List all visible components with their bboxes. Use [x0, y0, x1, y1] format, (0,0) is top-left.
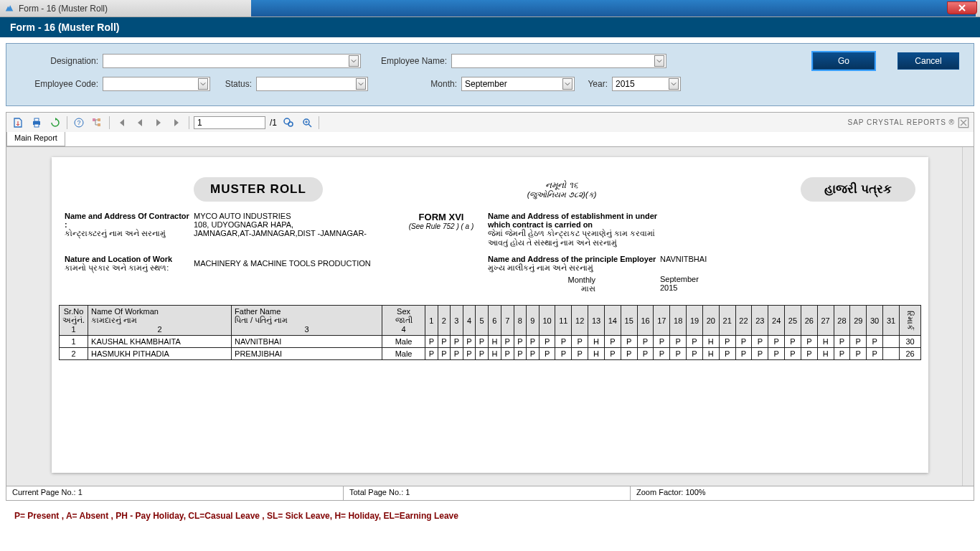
emp-guj: મુખ્ય માલીકનું નામ અને સરનામું [488, 263, 660, 273]
go-button[interactable]: Go [813, 52, 875, 70]
close-panel-icon[interactable] [956, 116, 971, 130]
chevron-down-icon [654, 55, 664, 67]
svg-rect-2 [34, 124, 39, 127]
emp-value: NAVNITBHAI [660, 255, 782, 263]
report-title: MUSTER ROLL [210, 182, 306, 196]
chevron-down-icon [669, 78, 679, 90]
report-toolbar: ? /1 SAP CRYSTAL REPORTS ® [6, 112, 974, 132]
chevron-down-icon [562, 78, 573, 90]
page-title: Form - 16 (Muster Roll) [0, 17, 980, 37]
refresh-icon[interactable] [48, 116, 62, 130]
year-label: Year: [579, 79, 608, 89]
monthly-guj: માસ [488, 284, 595, 293]
rulebracket-text: (જુઓનિયમ ૭૮૨)(ક) [323, 190, 801, 199]
svg-point-9 [288, 122, 293, 126]
chevron-down-icon [349, 55, 359, 67]
cancel-button[interactable]: Cancel [897, 52, 959, 70]
legend-text: P= Present , A= Absent , PH - Pay Holida… [0, 501, 980, 531]
window-titlebar: Form - 16 (Muster Roll) [0, 0, 980, 17]
employee-code-combo[interactable] [103, 77, 210, 91]
status-bar: Current Page No.: 1 Total Page No.: 1 Zo… [6, 486, 974, 501]
crystal-reports-label: SAP CRYSTAL REPORTS ® [847, 118, 969, 126]
report-viewer: MUSTER ROLL નમૂનો ૧૬ (જુઓનિયમ ૭૮૨)(ક) હા… [6, 146, 974, 486]
window-title: Form - 16 (Muster Roll) [19, 4, 108, 14]
formxvi: FORM XVI [395, 212, 488, 222]
monthly-label: Monthly [488, 276, 595, 284]
year-combo[interactable]: 2015 [612, 77, 681, 91]
titlebar-spacer [251, 0, 976, 17]
tree-icon[interactable] [90, 116, 105, 130]
svg-rect-7 [98, 123, 100, 126]
svg-rect-5 [93, 118, 95, 121]
last-page-icon[interactable] [170, 116, 184, 130]
status-zoom: Zoom Factor: 100% [631, 486, 974, 500]
estab-guj2: આવતું હોય તે સંસ્થાનું નામ અને સરનામું [488, 238, 660, 248]
page-number-input[interactable] [194, 116, 265, 129]
estab-label: Name and Address of establishment in und… [488, 212, 660, 229]
prev-page-icon[interactable] [133, 116, 147, 130]
month-combo[interactable]: September [461, 77, 575, 91]
muster-roll-table: Sr.No અનુંનં. 1 Name Of Workman કામદારનુ… [59, 305, 921, 360]
table-header-row: Sr.No અનુંનં. 1 Name Of Workman કામદારનુ… [60, 306, 921, 336]
company-addr2: JAMNAGAR,AT-JAMNAGAR,DIST -JAMNAGAR- [194, 229, 395, 237]
employee-name-label: Employee Name: [372, 56, 447, 66]
help-icon[interactable]: ? [72, 116, 86, 130]
report-page: MUSTER ROLL નમૂનો ૧૬ (જુઓનિયમ ૭૮૨)(ક) હા… [52, 157, 928, 473]
page-total: /1 [270, 118, 277, 128]
monthly-year: 2015 [660, 283, 782, 292]
nature-guj: કામનો પ્રકાર અને કામનું સ્થળ: [65, 263, 194, 273]
month-label: Month: [380, 79, 457, 89]
table-row: 1KAUSHAL KHAMBHAITANAVNITBHAIMalePPPPPHP… [60, 336, 921, 348]
employee-code-label: Employee Code: [21, 79, 98, 89]
nature-value: MACHINERY & MACHINE TOOLS PRODUCTION [194, 255, 488, 293]
status-label: Status: [219, 79, 252, 89]
company-name: MYCO AUTO INDUSTRIES [194, 212, 395, 220]
chevron-down-icon [356, 78, 366, 90]
app-icon [4, 4, 14, 14]
status-current: Current Page No.: 1 [6, 486, 344, 500]
emp-label: Name and Address of the principle Employ… [488, 255, 660, 263]
chevron-down-icon [198, 78, 208, 90]
status-total: Total Page No.: 1 [344, 486, 631, 500]
close-button[interactable] [947, 1, 977, 14]
table-row: 2HASMUKH PITHADIAPREMJIBHAIMalePPPPPHPPP… [60, 348, 921, 360]
contractor-label: Name and Address Of Contractor : [65, 212, 194, 229]
first-page-icon[interactable] [114, 116, 128, 130]
monthly-value: September [660, 275, 782, 283]
employee-name-combo[interactable] [451, 54, 666, 68]
contractor-guj: કોન્ટ્રાક્ટરનું નામ અને સરનામું [65, 229, 194, 238]
zoom-icon[interactable] [300, 116, 314, 130]
report-title-guj: હાજરી પત્રક [824, 182, 892, 196]
namuno-text: નમૂનો ૧૬ [323, 180, 801, 190]
company-addr1: 108, UDYOGNAGAR HAPA, [194, 220, 395, 229]
estab-guj1: જેમાં જેમની હેઠળ કોન્ટ્રાકટ પ્રમાણેનું ક… [488, 229, 660, 238]
svg-rect-1 [34, 118, 39, 121]
tab-main-report[interactable]: Main Report [6, 132, 65, 146]
designation-label: Designation: [21, 56, 98, 66]
filter-panel: Designation: Employee Name: Go Cancel Em… [6, 43, 974, 106]
report-tabs: Main Report [6, 132, 974, 146]
status-combo[interactable] [256, 77, 368, 91]
svg-rect-6 [98, 118, 100, 121]
search-icon[interactable] [281, 116, 296, 130]
svg-text:?: ? [77, 119, 80, 126]
nature-label: Nature and Location of Work [65, 255, 194, 263]
export-icon[interactable] [11, 116, 25, 130]
print-icon[interactable] [29, 116, 44, 130]
designation-combo[interactable] [103, 54, 361, 68]
seerule: (See Rule 752 ) ( a ) [395, 222, 488, 230]
vertical-scrollbar[interactable] [962, 147, 974, 486]
next-page-icon[interactable] [151, 116, 166, 130]
